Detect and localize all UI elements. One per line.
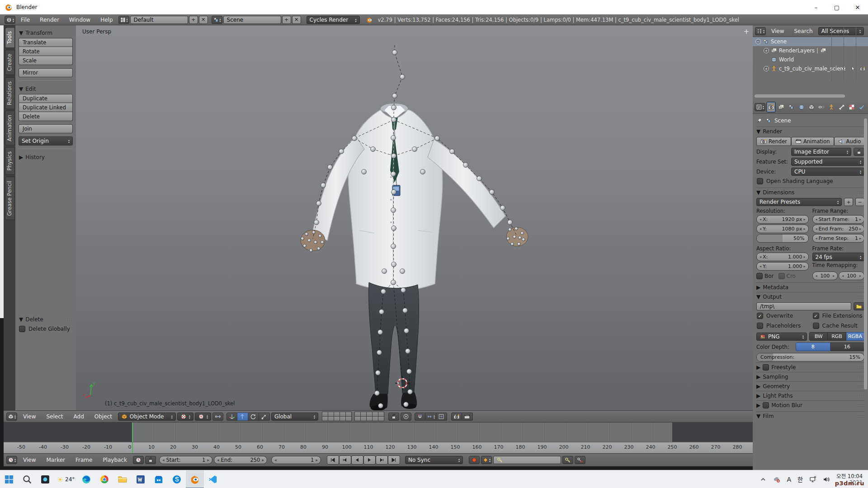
output-section-header[interactable]: ▼Output:::: (756, 292, 864, 301)
output-file-extensions-row[interactable]: ✓File Extensions (812, 311, 865, 320)
close-button[interactable]: ✕ (847, 0, 868, 14)
channel-rgba[interactable]: RGBA (846, 332, 864, 341)
play-button[interactable] (363, 455, 376, 465)
aspect-y-field[interactable]: ◂Y:1.000▸ (756, 262, 809, 271)
color-depth-16[interactable]: 16 (830, 343, 865, 351)
delete-globally-checkbox[interactable] (19, 326, 25, 332)
current-frame-field[interactable]: ◂1▸ (271, 456, 321, 464)
taskbar-app-start[interactable] (0, 470, 18, 488)
output-cache-result-row[interactable]: Cache Result (812, 321, 865, 330)
toolshelf-tab-relations[interactable]: Relations (5, 77, 15, 109)
editor-type-info-button[interactable]: ▴▾ (5, 16, 15, 24)
compression-slider[interactable]: Compression:15% (756, 353, 864, 361)
dimensions-section-header[interactable]: ▼Dimensions:::: (756, 188, 864, 197)
av-sync-dropdown[interactable]: No Sync▴▾ (405, 456, 463, 464)
viewport-shading-dropdown[interactable]: ▴▾ (177, 413, 193, 421)
tab-constraints[interactable] (817, 102, 826, 112)
remap-old-field[interactable]: ◂100▸ (812, 272, 838, 280)
maximize-button[interactable]: ▢ (826, 0, 847, 14)
minimize-button[interactable]: – (806, 0, 826, 14)
opengl-render-anim-button[interactable] (462, 413, 473, 421)
scene-icon-button[interactable]: ▴▾ (212, 16, 222, 24)
volume-icon[interactable] (823, 476, 830, 483)
properties-scrollbar[interactable] (864, 118, 867, 389)
menu-file[interactable]: File (16, 17, 34, 23)
snap-target-button[interactable] (436, 413, 447, 421)
metadata-section-header[interactable]: ▶Metadata:::: (756, 283, 864, 292)
tool-translate-button[interactable]: Translate (19, 38, 73, 47)
toolshelf-tab-tools[interactable]: Tools (5, 27, 15, 48)
aspect-x-field[interactable]: ◂X:1.000▸ (756, 253, 809, 261)
jump-to-end-button[interactable] (388, 455, 400, 465)
tab-scene[interactable] (787, 102, 796, 112)
timeline-menu-playback[interactable]: Playback (98, 457, 132, 463)
outliner-menu-view[interactable]: View (767, 28, 788, 34)
manipulator-scale-button[interactable] (259, 413, 270, 421)
snap-element-dropdown[interactable]: ▴▾ (425, 413, 436, 421)
start-frame-prop-field[interactable]: ◂Start Frame:1▸ (812, 215, 865, 224)
delete-panel-header[interactable]: ▼Delete:::: (19, 314, 73, 324)
section-checkbox[interactable] (763, 402, 769, 408)
toolshelf-tab-physics[interactable]: Physics (5, 147, 15, 175)
light-paths-section-header[interactable]: ▶Light Paths:::: (756, 391, 864, 400)
viewport-menu-add[interactable]: Add (69, 413, 89, 420)
taskbar-app-edge[interactable] (77, 470, 95, 488)
viewport-menu-view[interactable]: View (19, 413, 40, 420)
device-dropdown[interactable]: CPU▴▾ (791, 168, 864, 176)
toolshelf-tab-grease-pencil[interactable]: Grease Pencil (5, 177, 15, 220)
crop-checkbox[interactable] (778, 273, 785, 279)
scientist-character-model[interactable] (280, 36, 533, 410)
motion-blur-section-header[interactable]: ▶Motion Blur:::: (756, 401, 864, 410)
mode-dropdown[interactable]: Object Mode▴▾ (118, 413, 176, 421)
taskbar-app-chrome[interactable] (95, 470, 113, 488)
checkbox[interactable]: ✓ (757, 313, 763, 319)
preset-remove-button[interactable]: − (855, 198, 864, 206)
insert-keyframe-button[interactable] (562, 456, 573, 464)
viewport-menu-select[interactable]: Select (42, 413, 68, 420)
scene-add-button[interactable]: + (282, 16, 291, 24)
tab-object-data[interactable] (827, 102, 836, 112)
output-overwrite-row[interactable]: ✓Overwrite (756, 311, 809, 320)
pivot-dropdown[interactable]: ▴▾ (195, 413, 211, 421)
frame-step-field[interactable]: ◂Frame Step:1▸ (812, 234, 865, 243)
orientation-dropdown[interactable]: Global▴▾ (271, 413, 318, 421)
audio-button[interactable]: Audio (834, 137, 865, 146)
taskbar-app-blender[interactable] (186, 470, 204, 488)
tool-rotate-button[interactable]: Rotate (19, 47, 73, 56)
sampling-section-header[interactable]: ▶Sampling:::: (756, 372, 864, 381)
pivot-align-toggle[interactable] (212, 413, 223, 421)
border-checkbox[interactable] (756, 273, 763, 279)
jump-prev-keyframe-button[interactable] (339, 455, 351, 465)
menu-window[interactable]: Window (65, 17, 95, 23)
taskbar-app-store[interactable] (150, 470, 168, 488)
ime-latin-indicator[interactable]: A (787, 476, 791, 483)
scene-delete-button[interactable]: ✕ (292, 16, 301, 24)
tab-render-layers[interactable] (777, 102, 785, 112)
editor-type-3dview-button[interactable]: ▴▾ (6, 413, 17, 421)
editor-type-outliner-button[interactable]: ▴▾ (755, 27, 766, 35)
render-button[interactable]: Render (756, 137, 791, 146)
resolution-y-field[interactable]: ◂Y:1080 px▸ (756, 225, 809, 233)
layers-grid-1[interactable] (322, 412, 352, 421)
section-checkbox[interactable] (763, 364, 769, 371)
checkbox[interactable] (813, 323, 819, 329)
tray-expand-icon[interactable] (760, 476, 767, 483)
playhead[interactable] (132, 422, 133, 442)
active-keying-set-field[interactable] (493, 456, 561, 464)
renderlayer-extra-icon[interactable] (820, 47, 826, 54)
timeline-ruler[interactable]: -50-40-30-20-100102030405060708090100110… (4, 442, 753, 453)
viewport-menu-object[interactable]: Object (90, 413, 117, 420)
osl-row[interactable]: Open Shading Language (756, 177, 864, 186)
film-section-header[interactable]: ▼Film:::: (756, 412, 864, 421)
menu-render[interactable]: Render (35, 17, 64, 23)
region-expand-plus-icon[interactable]: + (742, 28, 750, 36)
layout-name-field[interactable]: Default (130, 16, 188, 24)
display-lock-button[interactable] (854, 148, 864, 156)
preset-add-button[interactable]: + (844, 198, 853, 206)
checkbox[interactable] (757, 323, 763, 329)
resolution-x-field[interactable]: ◂X:1920 px▸ (756, 215, 809, 224)
lock-frame-button[interactable] (145, 456, 156, 464)
manipulator-translate-button[interactable] (237, 413, 248, 421)
tab-render[interactable] (767, 102, 775, 112)
expand-toggle-icon[interactable]: + (764, 48, 769, 53)
